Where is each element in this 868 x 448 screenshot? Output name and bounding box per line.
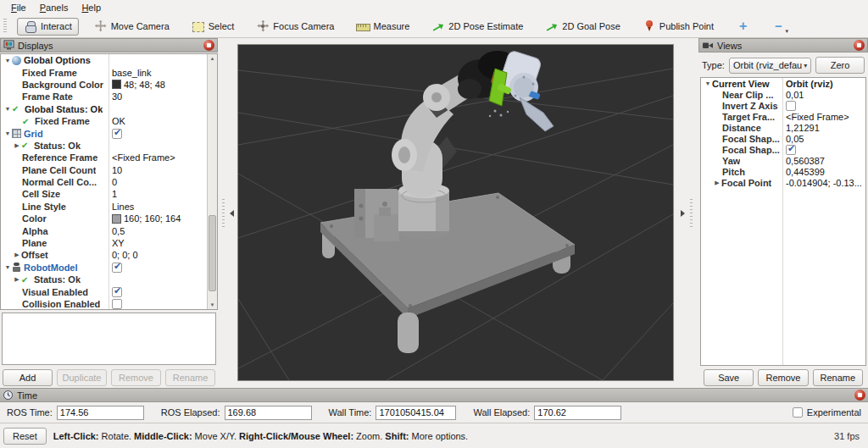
property-value[interactable]: 30 [108,91,215,102]
property-value[interactable]: base_link [108,68,215,78]
measure-tool-button[interactable]: Measure [349,18,416,36]
checkbox[interactable] [112,287,122,297]
experimental-checkbox[interactable] [793,407,803,418]
views-tree-row[interactable]: ▶Focal Point-0.014904; -0.13... [701,177,865,188]
collapsed-arrow-icon[interactable]: ▶ [713,180,721,186]
remove-button[interactable]: Remove [111,369,161,386]
ros-elapsed-input[interactable] [225,406,312,420]
views-panel-header[interactable]: Views [698,38,868,53]
property-value[interactable]: 160; 160; 164 [108,213,215,224]
expanded-arrow-icon[interactable]: ▼ [3,106,12,112]
views-tree-row[interactable]: Focal Shap... [701,144,865,155]
property-value[interactable] [108,263,215,273]
save-button[interactable]: Save [704,369,754,386]
checkbox[interactable] [112,299,122,309]
property-label: Offset [21,250,48,260]
property-value[interactable]: 10 [108,165,215,175]
expanded-arrow-icon[interactable]: ▼ [3,130,12,136]
duplicate-button[interactable]: Duplicate [57,369,107,386]
interact-tool-button[interactable]: Interact [17,18,79,36]
property-value[interactable]: OK [108,116,215,126]
property-value[interactable] [108,129,215,139]
views-tree-row[interactable]: Pitch0,445399 [701,166,865,177]
views-tree-row[interactable]: Yaw0,560387 [701,155,865,166]
views-tree-row[interactable]: Near Clip ...0,01 [701,89,865,100]
ros-time-input[interactable] [57,406,144,420]
property-value[interactable] [782,145,864,155]
expanded-arrow-icon[interactable]: ▼ [3,58,12,64]
views-tree-row[interactable]: ▼Current ViewOrbit (rviz) [701,78,865,89]
views-tree-row[interactable]: Invert Z Axis [701,100,865,111]
wall-elapsed-input[interactable] [534,406,621,420]
menu-item-file[interactable]: File [5,2,32,14]
publish-point-tool-button[interactable]: Publish Point [636,18,721,36]
expanded-arrow-icon[interactable]: ▼ [704,80,712,86]
collapse-left-icon[interactable] [226,210,234,217]
property-value[interactable]: -0.014904; -0.13... [782,178,864,188]
displays-scrollbar[interactable]: ▲ ▼ [207,54,217,309]
views-tree-row[interactable]: Distance1,21291 [701,122,865,133]
remove-button[interactable]: Remove [758,369,808,386]
checkbox[interactable] [112,263,122,273]
menu-item-help[interactable]: Help [75,2,107,14]
collapsed-arrow-icon[interactable]: ▶ [13,142,21,149]
views-tree-row[interactable]: Focal Shap...0,05 [701,133,865,144]
checkbox[interactable] [786,101,796,111]
checkbox[interactable] [112,129,122,139]
panel-splitter-right[interactable] [674,38,698,388]
property-value[interactable]: 0,01 [782,90,864,100]
toolbar-drag-handle[interactable] [3,19,7,34]
add-button[interactable]: Add [3,369,53,386]
scroll-up-icon[interactable]: ▲ [210,54,215,63]
views-tree-row[interactable]: Target Fra...<Fixed Frame> [701,111,865,122]
select-tool-button[interactable]: Select [185,18,242,36]
property-value[interactable]: 1 [108,189,215,199]
property-value[interactable]: Lines [108,202,215,212]
scroll-thumb[interactable] [209,215,216,291]
checkbox[interactable] [786,145,796,155]
rename-button[interactable]: Rename [813,369,863,386]
property-value[interactable]: 0 [108,177,215,187]
collapse-right-icon[interactable] [681,210,688,217]
property-value[interactable]: 0,5 [108,226,215,236]
time-panel-header[interactable]: Time [0,388,868,402]
time-close-button[interactable] [854,390,865,401]
property-value[interactable]: 0,560387 [782,156,864,166]
panel-splitter-left[interactable] [218,38,237,388]
property-value[interactable]: <Fixed Frame> [782,112,864,122]
focus-camera-tool-button[interactable]: Focus Camera [249,18,341,36]
property-value[interactable] [782,101,864,111]
property-value[interactable]: 0,445399 [782,167,864,177]
displays-close-button[interactable] [203,40,214,51]
property-value[interactable]: XY [108,238,215,248]
3d-viewport[interactable] [237,44,674,381]
property-value[interactable]: 0,05 [782,134,864,144]
property-value[interactable]: Orbit (rviz) [782,79,864,89]
property-value[interactable]: 48; 48; 48 [108,80,215,90]
wall-time-input[interactable] [376,406,456,420]
reset-button[interactable]: Reset [3,428,47,445]
property-value[interactable]: 0; 0; 0 [108,250,215,260]
column-divider[interactable] [108,54,109,309]
view-type-dropdown[interactable]: Orbit (rviz_defau ▾ [729,58,811,74]
minus-tool-button[interactable] [765,18,792,36]
displays-panel-header[interactable]: Displays [0,38,218,53]
scroll-track[interactable] [208,63,217,301]
menu-item-panels[interactable]: Panels [34,2,75,14]
property-value[interactable] [108,287,215,297]
expanded-arrow-icon[interactable]: ▼ [3,264,12,270]
scroll-down-icon[interactable]: ▼ [210,301,215,309]
property-value[interactable] [108,299,215,309]
column-divider[interactable] [782,78,783,365]
rename-button[interactable]: Rename [165,369,215,386]
property-value[interactable]: <Fixed Frame> [108,152,215,163]
collapsed-arrow-icon[interactable]: ▶ [13,276,21,283]
views-close-button[interactable] [854,40,865,51]
plus-tool-button[interactable] [729,18,756,36]
move-camera-tool-button[interactable]: Move Camera [87,18,176,36]
2d-goal-pose-tool-button[interactable]: 2D Goal Pose [538,18,626,36]
zero-button[interactable]: Zero [815,57,865,74]
2d-pose-estimate-tool-button[interactable]: 2D Pose Estimate [425,18,530,36]
collapsed-arrow-icon[interactable]: ▶ [13,252,21,258]
property-value[interactable]: 1,21291 [782,123,864,133]
